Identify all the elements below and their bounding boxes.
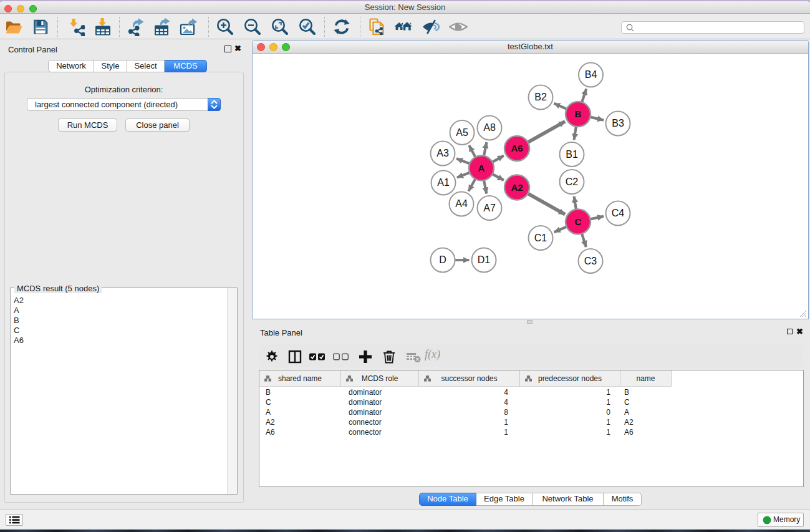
svg-text:C2: C2 — [566, 177, 579, 187]
svg-text:A7: A7 — [483, 203, 496, 213]
svg-text:B4: B4 — [585, 69, 597, 80]
svg-text:A5: A5 — [456, 127, 468, 138]
svg-text:B: B — [575, 109, 582, 119]
svg-text:D1: D1 — [478, 254, 491, 265]
svg-text:B3: B3 — [612, 118, 624, 128]
svg-text:B1: B1 — [566, 149, 578, 160]
svg-text:A3: A3 — [436, 148, 449, 158]
svg-text:A: A — [478, 163, 485, 173]
svg-text:C3: C3 — [584, 256, 597, 266]
svg-text:C: C — [575, 216, 582, 227]
svg-text:A1: A1 — [437, 177, 450, 188]
svg-text:D: D — [439, 254, 446, 265]
svg-text:A4: A4 — [455, 198, 468, 209]
svg-text:A8: A8 — [483, 122, 496, 133]
svg-text:B2: B2 — [534, 92, 547, 102]
svg-text:C4: C4 — [612, 208, 625, 218]
svg-text:A6: A6 — [511, 143, 523, 153]
svg-text:A2: A2 — [511, 182, 523, 193]
svg-text:C1: C1 — [534, 233, 547, 243]
